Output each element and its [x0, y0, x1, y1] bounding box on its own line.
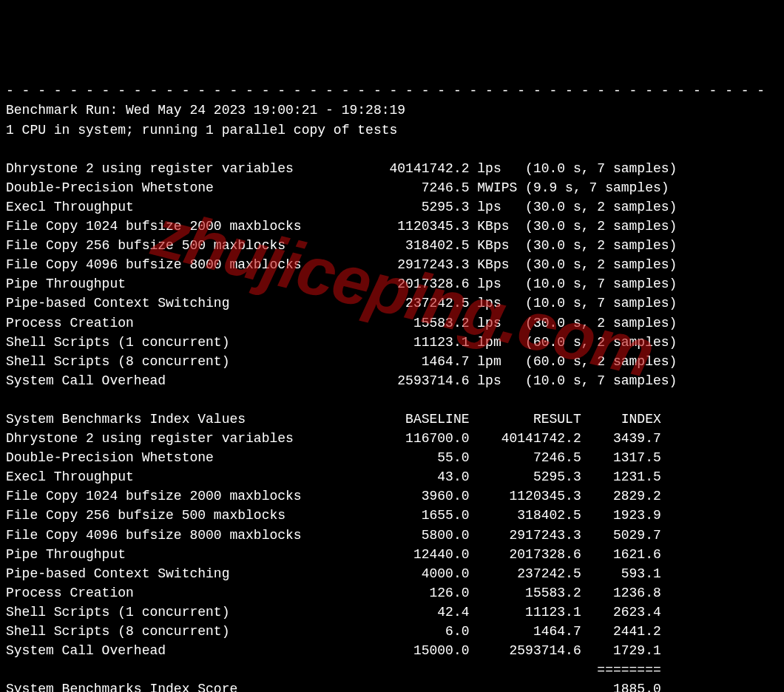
terminal-output: - - - - - - - - - - - - - - - - - - - - …: [6, 81, 778, 692]
